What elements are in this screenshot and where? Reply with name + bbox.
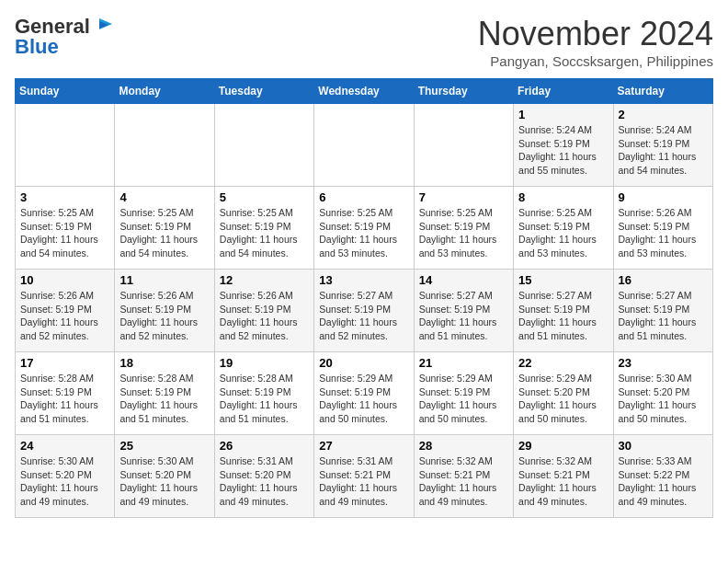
- day-info: Sunrise: 5:27 AM Sunset: 5:19 PM Dayligh…: [419, 289, 508, 343]
- calendar-cell: 28Sunrise: 5:32 AM Sunset: 5:21 PM Dayli…: [414, 435, 513, 518]
- weekday-header-saturday: Saturday: [613, 79, 712, 104]
- day-info: Sunrise: 5:33 AM Sunset: 5:22 PM Dayligh…: [619, 454, 708, 509]
- calendar-cell: 20Sunrise: 5:29 AM Sunset: 5:19 PM Dayli…: [314, 352, 414, 435]
- title-area: November 2024 Pangyan, Soccsksargen, Phi…: [478, 15, 713, 69]
- calendar-cell: 13Sunrise: 5:27 AM Sunset: 5:19 PM Dayli…: [314, 270, 414, 352]
- calendar-cell: 8Sunrise: 5:25 AM Sunset: 5:19 PM Daylig…: [514, 187, 613, 270]
- calendar-cell: 30Sunrise: 5:33 AM Sunset: 5:22 PM Dayli…: [613, 435, 712, 518]
- calendar-cell: 23Sunrise: 5:30 AM Sunset: 5:20 PM Dayli…: [613, 352, 712, 435]
- calendar-week-4: 17Sunrise: 5:28 AM Sunset: 5:19 PM Dayli…: [16, 352, 713, 435]
- day-number: 8: [518, 190, 608, 204]
- calendar-cell: 16Sunrise: 5:27 AM Sunset: 5:19 PM Dayli…: [613, 270, 712, 352]
- calendar-cell: 11Sunrise: 5:26 AM Sunset: 5:19 PM Dayli…: [115, 270, 214, 352]
- day-number: 26: [220, 439, 309, 453]
- day-number: 21: [419, 356, 508, 370]
- day-number: 17: [20, 356, 109, 370]
- day-info: Sunrise: 5:24 AM Sunset: 5:19 PM Dayligh…: [619, 123, 708, 178]
- day-number: 29: [518, 439, 608, 453]
- logo: General Blue: [15, 15, 112, 59]
- day-number: 25: [119, 439, 209, 453]
- day-info: Sunrise: 5:26 AM Sunset: 5:19 PM Dayligh…: [20, 289, 109, 343]
- day-number: 23: [619, 356, 708, 370]
- day-number: 10: [20, 273, 109, 287]
- calendar-cell: 22Sunrise: 5:29 AM Sunset: 5:20 PM Dayli…: [514, 352, 613, 435]
- calendar-cell: 17Sunrise: 5:28 AM Sunset: 5:19 PM Dayli…: [16, 352, 115, 435]
- day-number: 9: [619, 190, 708, 204]
- day-info: Sunrise: 5:26 AM Sunset: 5:19 PM Dayligh…: [220, 289, 309, 343]
- day-info: Sunrise: 5:31 AM Sunset: 5:20 PM Dayligh…: [220, 454, 309, 509]
- day-info: Sunrise: 5:29 AM Sunset: 5:19 PM Dayligh…: [319, 372, 408, 426]
- calendar-week-2: 3Sunrise: 5:25 AM Sunset: 5:19 PM Daylig…: [16, 187, 713, 270]
- day-number: 6: [319, 190, 408, 204]
- calendar-cell: 27Sunrise: 5:31 AM Sunset: 5:21 PM Dayli…: [314, 435, 414, 518]
- day-info: Sunrise: 5:25 AM Sunset: 5:19 PM Dayligh…: [119, 206, 209, 260]
- calendar-cell: [214, 104, 313, 187]
- day-info: Sunrise: 5:27 AM Sunset: 5:19 PM Dayligh…: [518, 289, 608, 343]
- day-number: 16: [619, 273, 708, 287]
- day-number: 22: [518, 356, 608, 370]
- day-info: Sunrise: 5:32 AM Sunset: 5:21 PM Dayligh…: [419, 454, 508, 509]
- day-number: 24: [20, 439, 109, 453]
- calendar-week-3: 10Sunrise: 5:26 AM Sunset: 5:19 PM Dayli…: [16, 270, 713, 352]
- calendar-cell: [414, 104, 513, 187]
- calendar-cell: [314, 104, 414, 187]
- calendar-cell: [115, 104, 214, 187]
- weekday-header-wednesday: Wednesday: [314, 79, 414, 104]
- logo-blue-text: Blue: [15, 35, 59, 58]
- day-info: Sunrise: 5:28 AM Sunset: 5:19 PM Dayligh…: [20, 372, 109, 426]
- calendar-cell: 9Sunrise: 5:26 AM Sunset: 5:19 PM Daylig…: [613, 187, 712, 270]
- calendar-cell: 4Sunrise: 5:25 AM Sunset: 5:19 PM Daylig…: [115, 187, 214, 270]
- day-info: Sunrise: 5:29 AM Sunset: 5:20 PM Dayligh…: [518, 372, 608, 426]
- day-info: Sunrise: 5:27 AM Sunset: 5:19 PM Dayligh…: [319, 289, 408, 343]
- month-title: November 2024: [478, 15, 713, 53]
- calendar-cell: 24Sunrise: 5:30 AM Sunset: 5:20 PM Dayli…: [16, 435, 115, 518]
- day-number: 28: [419, 439, 508, 453]
- calendar-cell: 10Sunrise: 5:26 AM Sunset: 5:19 PM Dayli…: [16, 270, 115, 352]
- day-number: 3: [20, 190, 109, 204]
- calendar-cell: 18Sunrise: 5:28 AM Sunset: 5:19 PM Dayli…: [115, 352, 214, 435]
- day-number: 18: [119, 356, 209, 370]
- day-number: 11: [119, 273, 209, 287]
- weekday-header-monday: Monday: [115, 79, 214, 104]
- calendar-cell: [16, 104, 115, 187]
- calendar-cell: 25Sunrise: 5:30 AM Sunset: 5:20 PM Dayli…: [115, 435, 214, 518]
- weekday-header-friday: Friday: [514, 79, 613, 104]
- calendar-table: SundayMondayTuesdayWednesdayThursdayFrid…: [15, 78, 713, 518]
- day-info: Sunrise: 5:24 AM Sunset: 5:19 PM Dayligh…: [518, 123, 608, 178]
- day-info: Sunrise: 5:31 AM Sunset: 5:21 PM Dayligh…: [319, 454, 408, 509]
- day-number: 27: [319, 439, 408, 453]
- page-header: General Blue November 2024 Pangyan, Socc…: [15, 15, 713, 69]
- logo-bird-icon: [92, 15, 112, 35]
- day-info: Sunrise: 5:25 AM Sunset: 5:19 PM Dayligh…: [220, 206, 309, 260]
- location-text: Pangyan, Soccsksargen, Philippines: [478, 53, 713, 69]
- logo-general-text: General: [15, 17, 90, 37]
- day-info: Sunrise: 5:30 AM Sunset: 5:20 PM Dayligh…: [619, 372, 708, 426]
- calendar-cell: 14Sunrise: 5:27 AM Sunset: 5:19 PM Dayli…: [414, 270, 513, 352]
- calendar-cell: 21Sunrise: 5:29 AM Sunset: 5:19 PM Dayli…: [414, 352, 513, 435]
- weekday-header-thursday: Thursday: [414, 79, 513, 104]
- day-info: Sunrise: 5:29 AM Sunset: 5:19 PM Dayligh…: [419, 372, 508, 426]
- weekday-header-sunday: Sunday: [16, 79, 115, 104]
- day-info: Sunrise: 5:27 AM Sunset: 5:19 PM Dayligh…: [619, 289, 708, 343]
- day-info: Sunrise: 5:25 AM Sunset: 5:19 PM Dayligh…: [20, 206, 109, 260]
- day-number: 19: [220, 356, 309, 370]
- weekday-header-row: SundayMondayTuesdayWednesdayThursdayFrid…: [16, 79, 713, 104]
- day-number: 20: [319, 356, 408, 370]
- calendar-cell: 7Sunrise: 5:25 AM Sunset: 5:19 PM Daylig…: [414, 187, 513, 270]
- day-info: Sunrise: 5:25 AM Sunset: 5:19 PM Dayligh…: [419, 206, 508, 260]
- calendar-cell: 26Sunrise: 5:31 AM Sunset: 5:20 PM Dayli…: [214, 435, 313, 518]
- day-number: 1: [518, 108, 608, 121]
- day-number: 2: [619, 108, 708, 121]
- day-info: Sunrise: 5:25 AM Sunset: 5:19 PM Dayligh…: [319, 206, 408, 260]
- day-number: 4: [119, 190, 209, 204]
- calendar-cell: 1Sunrise: 5:24 AM Sunset: 5:19 PM Daylig…: [514, 104, 613, 187]
- day-info: Sunrise: 5:28 AM Sunset: 5:19 PM Dayligh…: [119, 372, 209, 426]
- calendar-cell: 19Sunrise: 5:28 AM Sunset: 5:19 PM Dayli…: [214, 352, 313, 435]
- calendar-cell: 2Sunrise: 5:24 AM Sunset: 5:19 PM Daylig…: [613, 104, 712, 187]
- day-number: 5: [220, 190, 309, 204]
- day-number: 30: [619, 439, 708, 453]
- calendar-cell: 12Sunrise: 5:26 AM Sunset: 5:19 PM Dayli…: [214, 270, 313, 352]
- calendar-cell: 5Sunrise: 5:25 AM Sunset: 5:19 PM Daylig…: [214, 187, 313, 270]
- day-number: 13: [319, 273, 408, 287]
- day-number: 14: [419, 273, 508, 287]
